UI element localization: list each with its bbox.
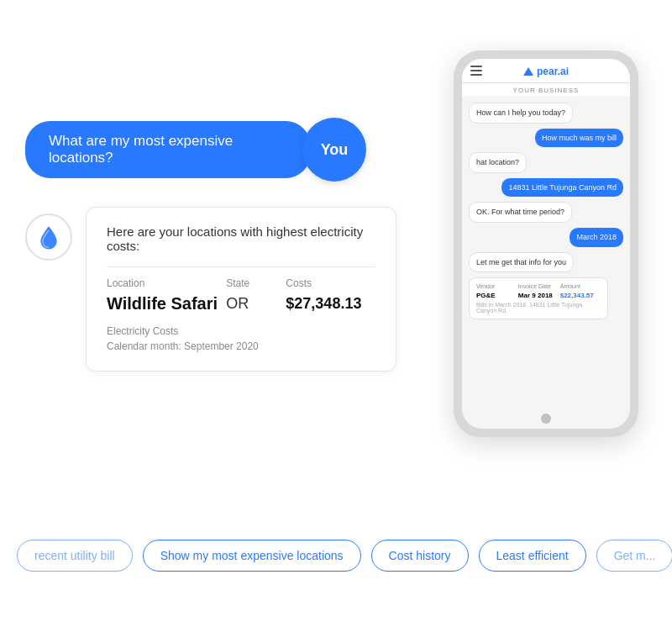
phone-business-label: YOUR BUSINESS <box>462 83 630 96</box>
card-header: Vendor Invoice Date Amount <box>476 283 601 289</box>
amount-value: $22,343.57 <box>560 292 601 299</box>
pill-least-efficient[interactable]: Least efficient <box>479 540 586 572</box>
pill-show-expensive[interactable]: Show my most expensive locations <box>143 540 361 572</box>
chat-msg-7: Let me get that info for you <box>469 252 574 273</box>
response-divider <box>107 266 375 267</box>
response-row: Here are your locations with highest ele… <box>25 207 403 372</box>
you-avatar: You <box>302 118 366 182</box>
bot-icon <box>25 213 72 261</box>
invoice-date-label: Invoice Date <box>518 283 559 289</box>
chat-msg-1: How can I help you today? <box>469 103 573 124</box>
chat-msg-5: OK. For what time period? <box>469 202 572 223</box>
chat-msg-4: 14831 Little Tujunga Canyon Rd <box>501 178 623 198</box>
phone-mockup: pear.ai YOUR BUSINESS How can I help you… <box>454 50 638 437</box>
pill-cost-history[interactable]: Cost history <box>371 540 469 572</box>
pill-get-more[interactable]: Get m... <box>596 540 672 572</box>
main-container: What are my most expensive locations? Yo… <box>0 0 672 622</box>
col-state-header: State <box>226 277 286 289</box>
logo-triangle-icon <box>523 67 533 76</box>
cost-value: $27,348.13 <box>286 295 375 313</box>
amount-label: Amount <box>560 283 601 289</box>
left-section: What are my most expensive locations? Yo… <box>25 118 403 372</box>
chat-msg-2: How much was my bill <box>535 129 623 148</box>
phone-header: pear.ai <box>462 59 630 83</box>
phone-logo: pear.ai <box>523 66 569 77</box>
location-name: Wildlife Safari <box>107 294 226 314</box>
response-content: Here are your locations with highest ele… <box>86 207 396 372</box>
phone-screen: pear.ai YOUR BUSINESS How can I help you… <box>462 59 630 429</box>
col-location-header: Location <box>107 277 226 289</box>
chat-msg-3: hat location? <box>469 152 527 173</box>
card-values: PG&E Mar 9 2018 $22,343.57 <box>476 292 601 299</box>
vendor-value: PG&E <box>476 292 517 299</box>
phone-home-button[interactable] <box>541 414 551 424</box>
query-row: What are my most expensive locations? Yo… <box>25 118 403 182</box>
vendor-label: Vendor <box>476 283 517 289</box>
invoice-date-value: Mar 9 2018 <box>518 292 559 299</box>
hamburger-icon[interactable] <box>470 66 482 76</box>
logo-text: pear.ai <box>537 66 569 77</box>
state-value: OR <box>226 295 286 313</box>
meta-text: Electricity Costs Calendar month: Septem… <box>107 324 375 354</box>
table-data-row: Wildlife Safari OR $27,348.13 <box>107 294 375 314</box>
bottom-pills: recent utility bill Show my most expensi… <box>0 540 672 572</box>
chat-msg-6: March 2018 <box>570 228 623 247</box>
query-bubble: What are my most expensive locations? <box>25 121 311 178</box>
response-intro-text: Here are your locations with highest ele… <box>107 224 375 253</box>
card-subtext: Bills in March 2018, 14831 Little Tujung… <box>476 302 601 314</box>
col-costs-header: Costs <box>286 277 375 289</box>
invoice-card: Vendor Invoice Date Amount PG&E Mar 9 20… <box>469 277 608 319</box>
table-header: Location State Costs <box>107 277 375 289</box>
pill-recent-utility[interactable]: recent utility bill <box>17 540 133 572</box>
phone-chat: How can I help you today? How much was m… <box>462 96 630 409</box>
